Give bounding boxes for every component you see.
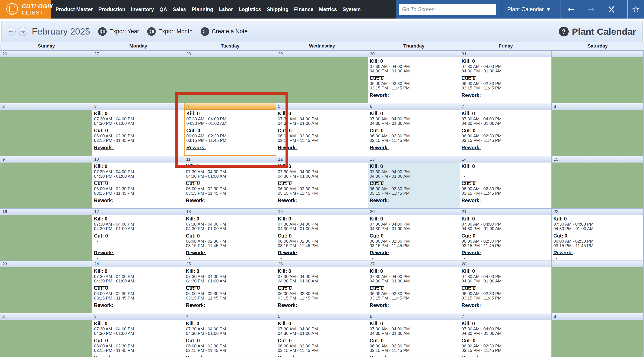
nav-menu-item[interactable]: Product Master: [56, 6, 93, 12]
day-date-strip[interactable]: 20: [368, 208, 460, 215]
day-date-strip[interactable]: 21: [460, 208, 552, 215]
day-cell-closed[interactable]: [552, 57, 644, 103]
day-cell[interactable]: Kill: 007:30 AM - 04:00 PM04:30 PM - 01:…: [276, 110, 368, 156]
day-date-strip[interactable]: 3: [92, 313, 184, 320]
day-cell-closed[interactable]: [0, 215, 92, 261]
day-cell[interactable]: Kill: 007:30 AM - 04:00 PM04:30 PM - 01:…: [92, 110, 184, 156]
day-date-strip[interactable]: 4: [184, 313, 276, 320]
day-cell[interactable]: Kill: 007:30 AM - 04:00 PM04:30 PM - 01:…: [184, 215, 276, 261]
day-cell-closed[interactable]: [552, 320, 644, 360]
day-date-strip[interactable]: 23: [0, 261, 92, 267]
day-date-strip[interactable]: 6: [368, 103, 460, 110]
nav-menu-item[interactable]: Planning: [192, 6, 213, 12]
day-date-strip[interactable]: 29: [276, 50, 368, 57]
day-cell[interactable]: Kill: 007:30 AM - 04:00 PM04:30 PM - 01:…: [184, 267, 276, 313]
day-cell-closed[interactable]: [184, 57, 276, 103]
day-date-strip[interactable]: 5: [276, 313, 368, 320]
day-cell[interactable]: Kill: 007:30 AM - 04:00 PM04:30 PM - 01:…: [92, 163, 184, 208]
day-cell[interactable]: Kill: 007:30 AM - 04:00 PM04:30 PM - 01:…: [460, 267, 552, 313]
nav-menu-item[interactable]: Sales: [173, 6, 186, 12]
day-date-strip[interactable]: 25: [184, 261, 276, 267]
day-cell-closed[interactable]: [0, 163, 92, 208]
day-date-strip[interactable]: 5: [276, 103, 368, 110]
day-cell[interactable]: Kill: 007:30 AM - 04:00 PM04:30 PM - 01:…: [184, 110, 276, 156]
day-cell[interactable]: Kill: 007:30 AM - 04:00 PM04:30 PM - 01:…: [276, 320, 368, 360]
close-icon[interactable]: [608, 6, 615, 13]
day-cell[interactable]: Kill: 007:30 AM - 04:00 PM04:30 PM - 01:…: [368, 267, 460, 313]
export-year-button[interactable]: Export Year: [98, 27, 139, 36]
day-date-strip[interactable]: 18: [184, 208, 276, 215]
day-date-strip[interactable]: 26: [276, 261, 368, 267]
day-date-strip[interactable]: 24: [92, 261, 184, 267]
day-cell[interactable]: Kill: 007:30 AM - 04:00 PM04:30 PM - 01:…: [368, 110, 460, 156]
day-date-strip[interactable]: 28: [460, 261, 552, 267]
create-note-button[interactable]: Create a Note: [200, 27, 248, 36]
day-date-strip[interactable]: 4: [184, 103, 276, 110]
day-date-strip[interactable]: 19: [276, 208, 368, 215]
day-cell-closed[interactable]: [552, 110, 644, 156]
day-cell-closed[interactable]: [276, 57, 368, 103]
day-date-strip[interactable]: 13: [368, 156, 460, 163]
day-cell-closed[interactable]: [92, 57, 184, 103]
day-date-strip[interactable]: 22: [552, 208, 644, 215]
day-date-strip[interactable]: 2: [0, 313, 92, 320]
day-cell[interactable]: Kill: 007:30 AM - 04:00 PM04:30 PM - 01:…: [184, 320, 276, 360]
day-date-strip[interactable]: 8: [552, 103, 644, 110]
day-date-strip[interactable]: 1: [552, 50, 644, 57]
favorite-star-icon[interactable]: ☆: [632, 5, 640, 14]
back-arrow-icon[interactable]: ←: [568, 5, 574, 13]
day-cell-closed[interactable]: [0, 267, 92, 313]
day-cell[interactable]: Kill: 007:30 AM - 04:00 PM04:30 PM - 01:…: [552, 215, 644, 261]
day-date-strip[interactable]: 7: [460, 313, 552, 320]
day-date-strip[interactable]: 6: [368, 313, 460, 320]
day-date-strip[interactable]: 11: [184, 156, 276, 163]
day-date-strip[interactable]: 26: [0, 50, 92, 57]
day-date-strip[interactable]: 27: [92, 50, 184, 57]
day-date-strip[interactable]: 9: [0, 156, 92, 163]
day-date-strip[interactable]: 16: [0, 208, 92, 215]
day-date-strip[interactable]: 17: [92, 208, 184, 215]
nav-menu-item[interactable]: Logistics: [238, 6, 261, 12]
day-cell[interactable]: Kill: 007:30 AM - 04:00 PM04:30 PM - 01:…: [460, 215, 552, 261]
day-date-strip[interactable]: 30: [368, 50, 460, 57]
day-cell[interactable]: Kill: 007:30 AM - 04:00 PM04:30 PM - 01:…: [276, 215, 368, 261]
day-cell[interactable]: Kill: 0--Cut: 006:00 AM - 02:30 PM03:15 …: [460, 163, 552, 208]
day-date-strip[interactable]: 14: [460, 156, 552, 163]
goto-screen-input[interactable]: [399, 4, 496, 15]
day-cell[interactable]: Kill: 007:30 AM - 04:00 PM04:30 PM - 01:…: [460, 110, 552, 156]
day-cell[interactable]: Kill: 007:30 AM - 04:00 PM04:30 PM - 01:…: [368, 163, 460, 208]
day-cell[interactable]: Kill: 007:30 AM - 04:00 PM04:30 PM - 01:…: [460, 320, 552, 360]
nav-menu-item[interactable]: Production: [98, 6, 126, 12]
day-date-strip[interactable]: 31: [460, 50, 552, 57]
day-date-strip[interactable]: 12: [276, 156, 368, 163]
day-cell[interactable]: Kill: 007:30 AM - 04:00 PM04:30 PM - 01:…: [460, 57, 552, 103]
forward-arrow-icon[interactable]: →: [588, 5, 594, 13]
day-date-strip[interactable]: 27: [368, 261, 460, 267]
day-cell[interactable]: Kill: 007:30 AM - 04:00 PM04:30 PM - 01:…: [92, 320, 184, 360]
day-date-strip[interactable]: 2: [0, 103, 92, 110]
day-date-strip[interactable]: 7: [460, 103, 552, 110]
day-cell[interactable]: Kill: 007:30 AM - 04:00 PM04:30 PM - 01:…: [92, 215, 184, 261]
day-cell[interactable]: Kill: 007:30 AM - 04:00 PM04:30 PM - 01:…: [184, 163, 276, 208]
day-date-strip[interactable]: 28: [184, 50, 276, 57]
nav-menu-item[interactable]: Metrics: [319, 6, 337, 12]
day-date-strip[interactable]: 8: [552, 313, 644, 320]
day-cell-closed[interactable]: [0, 320, 92, 360]
nav-menu-item[interactable]: Shipping: [266, 6, 288, 12]
help-icon[interactable]: ?: [559, 27, 569, 36]
day-cell[interactable]: Kill: 007:30 AM - 04:00 PM04:30 PM - 01:…: [368, 57, 460, 103]
day-cell-closed[interactable]: [0, 110, 92, 156]
day-cell-closed[interactable]: [552, 163, 644, 208]
day-cell[interactable]: Kill: 007:30 AM - 04:00 PM04:30 PM - 01:…: [368, 215, 460, 261]
day-date-strip[interactable]: 10: [92, 156, 184, 163]
screen-selector-dropdown[interactable]: Plant Calendar ▼: [502, 0, 555, 18]
nav-menu-item[interactable]: Finance: [294, 6, 314, 12]
day-date-strip[interactable]: 15: [552, 156, 644, 163]
next-month-button[interactable]: →: [18, 27, 27, 36]
nav-menu-item[interactable]: Labor: [219, 6, 233, 12]
nav-menu-item[interactable]: System: [342, 6, 360, 12]
day-cell-closed[interactable]: [0, 57, 92, 103]
day-cell-closed[interactable]: [552, 267, 644, 313]
previous-month-button[interactable]: ←: [6, 27, 16, 36]
day-date-strip[interactable]: 1: [552, 261, 644, 267]
